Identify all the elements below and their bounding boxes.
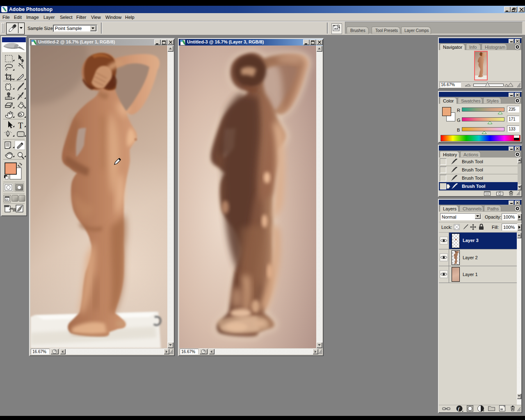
svg-text:T: T [18,121,23,130]
